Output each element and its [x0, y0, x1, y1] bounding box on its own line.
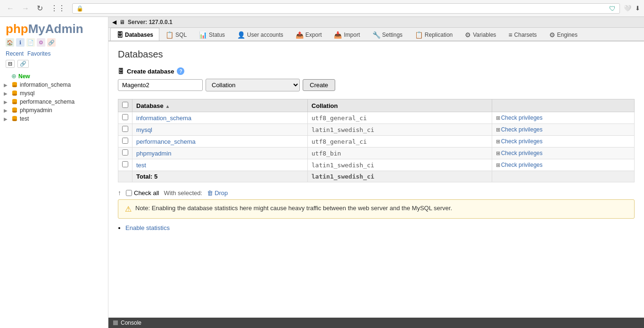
row-checkbox[interactable]	[122, 149, 128, 156]
row-db-name: information_schema	[132, 112, 308, 124]
table-row: information_schema utf8_general_ci ⊞ Che…	[118, 112, 635, 124]
engines-tab-icon: ⚙	[549, 31, 555, 39]
tree-label: test	[20, 115, 29, 122]
bookmark-icon[interactable]: 🤍	[624, 5, 631, 12]
link-button[interactable]: 🔗	[17, 60, 29, 68]
server-label: Server: 127.0.0.1	[128, 19, 173, 25]
console-icon	[113, 320, 118, 325]
row-checkbox[interactable]	[122, 138, 128, 144]
check-all-checkbox[interactable]	[126, 190, 132, 196]
sql-tab-icon: 📋	[165, 31, 173, 39]
db-name-link[interactable]: performance_schema	[136, 138, 196, 145]
link-icon[interactable]: 🔗	[47, 38, 56, 47]
export-tab-icon: 📤	[296, 31, 304, 39]
create-db-input[interactable]	[118, 79, 203, 91]
refresh-button[interactable]: ↻	[34, 3, 46, 14]
gear-icon[interactable]: ⚙	[37, 38, 45, 47]
databases-table: Database ▲ Collation information_schema …	[118, 99, 635, 182]
row-checkbox[interactable]	[122, 114, 128, 120]
tab-settings[interactable]: 🔧 Settings	[366, 28, 409, 41]
address-bar[interactable]: 🔒 localhost/phpmyadmin/server_databases.…	[72, 3, 620, 14]
db-name-link[interactable]: phpmyadmin	[136, 150, 171, 157]
doc-icon[interactable]: 📄	[26, 38, 35, 47]
sidebar-logo: phpMyAdmin 🏠 ℹ 📄 ⚙ 🔗	[0, 17, 108, 49]
create-db-help-icon[interactable]: ?	[177, 67, 184, 75]
row-checkbox[interactable]	[122, 161, 128, 167]
main-area: ◀ 🖥 Server: 127.0.0.1 🗄 Databases 📋 SQL …	[108, 17, 644, 328]
db-name-link[interactable]: mysql	[136, 126, 152, 133]
drop-link[interactable]: 🗑 Drop	[207, 189, 228, 197]
server-bar: ◀ 🖥 Server: 127.0.0.1	[108, 17, 644, 28]
tab-databases[interactable]: 🗄 Databases	[110, 28, 159, 41]
row-collation: latin1_swedish_ci	[307, 124, 492, 136]
tree-item-mysql[interactable]: ▶ mysql	[0, 89, 108, 98]
check-privileges-link[interactable]: ⊞ Check privileges	[496, 138, 630, 145]
home-icon[interactable]: 🏠	[6, 38, 14, 47]
tree-label-new: New	[18, 73, 30, 80]
forward-button[interactable]: →	[19, 3, 32, 14]
replication-tab-icon: 📋	[415, 31, 423, 39]
header-collation[interactable]: Collation	[307, 99, 492, 112]
tree-item-performance-schema[interactable]: ▶ performance_schema	[0, 98, 108, 106]
check-privileges-link[interactable]: ⊞ Check privileges	[496, 162, 630, 168]
tab-engines-label: Engines	[557, 32, 578, 38]
tab-import[interactable]: 📥 Import	[328, 28, 366, 41]
collapse-left-button[interactable]: ◀	[112, 19, 116, 25]
tree-item-new[interactable]: ⊕ New	[0, 72, 108, 81]
grid-button[interactable]: ⋮⋮	[48, 3, 68, 14]
row-collation: latin1_swedish_ci	[307, 159, 492, 171]
tab-export[interactable]: 📤 Export	[289, 28, 328, 41]
tab-variables[interactable]: ⚙ Variables	[459, 28, 502, 41]
page-title: Databases	[118, 49, 635, 60]
svg-point-8	[12, 102, 17, 104]
check-privileges-link[interactable]: ⊞ Check privileges	[496, 115, 630, 121]
tab-sql[interactable]: 📋 SQL	[159, 28, 193, 41]
header-actions	[492, 99, 634, 112]
tree-item-information-schema[interactable]: ▶ information_schema	[0, 81, 108, 89]
collation-select[interactable]: Collation	[206, 79, 300, 91]
row-check-priv-cell: ⊞ Check privileges	[492, 112, 634, 124]
create-db-button[interactable]: Create	[303, 79, 335, 91]
db-name-link[interactable]: test	[136, 162, 146, 169]
check-priv-icon: ⊞	[496, 150, 500, 156]
row-checkbox[interactable]	[122, 126, 128, 132]
tab-variables-label: Variables	[473, 32, 496, 38]
info-icon[interactable]: ℹ	[16, 38, 25, 47]
url-input[interactable]: localhost/phpmyadmin/server_databases.ph…	[86, 5, 606, 12]
logo-myadmin: MyAdmin	[28, 22, 83, 36]
db-name-link[interactable]: information_schema	[136, 115, 191, 122]
variables-tab-icon: ⚙	[465, 31, 471, 39]
collapse-sidebar-button[interactable]: ⊟	[6, 60, 15, 68]
download-icon[interactable]: ⬇	[635, 5, 640, 12]
enable-stats-link[interactable]: Enable statistics	[125, 224, 170, 231]
recent-link[interactable]: Recent	[6, 50, 24, 57]
tree-label: phpmyadmin	[20, 107, 52, 114]
tree-item-test[interactable]: ▶ test	[0, 115, 108, 123]
tab-user-accounts[interactable]: 👤 User accounts	[231, 28, 289, 41]
tab-replication[interactable]: 📋 Replication	[409, 28, 459, 41]
new-icon: ⊕	[11, 73, 17, 80]
console-bar[interactable]: Console	[108, 318, 644, 328]
svg-point-2	[12, 85, 17, 87]
check-privileges-link[interactable]: ⊞ Check privileges	[496, 150, 630, 156]
expand-icon: ▶	[4, 91, 9, 96]
check-all-label[interactable]: Check all	[126, 189, 159, 197]
table-row: performance_schema utf8_general_ci ⊞ Che…	[118, 136, 635, 148]
tab-engines[interactable]: ⚙ Engines	[543, 28, 584, 41]
row-collation: utf8_general_ci	[307, 136, 492, 148]
tree-item-phpmyadmin[interactable]: ▶ phpmyadmin	[0, 106, 108, 115]
row-checkbox-cell	[118, 136, 132, 148]
tab-status[interactable]: 📊 Status	[193, 28, 231, 41]
db-cylinder-icon	[11, 90, 18, 97]
header-database[interactable]: Database ▲	[132, 99, 308, 112]
browser-actions: 🤍 ⬇	[624, 5, 640, 12]
favorites-link[interactable]: Favorites	[27, 50, 50, 57]
row-checkbox-cell	[118, 124, 132, 136]
enable-stats-item: Enable statistics	[125, 224, 635, 231]
tab-charsets[interactable]: ≡ Charsets	[502, 28, 543, 41]
tab-replication-label: Replication	[425, 32, 453, 38]
header-checkbox[interactable]	[122, 102, 128, 108]
table-header-row: Database ▲ Collation	[118, 99, 635, 112]
back-button[interactable]: ←	[4, 3, 17, 14]
check-privileges-link[interactable]: ⊞ Check privileges	[496, 126, 630, 133]
